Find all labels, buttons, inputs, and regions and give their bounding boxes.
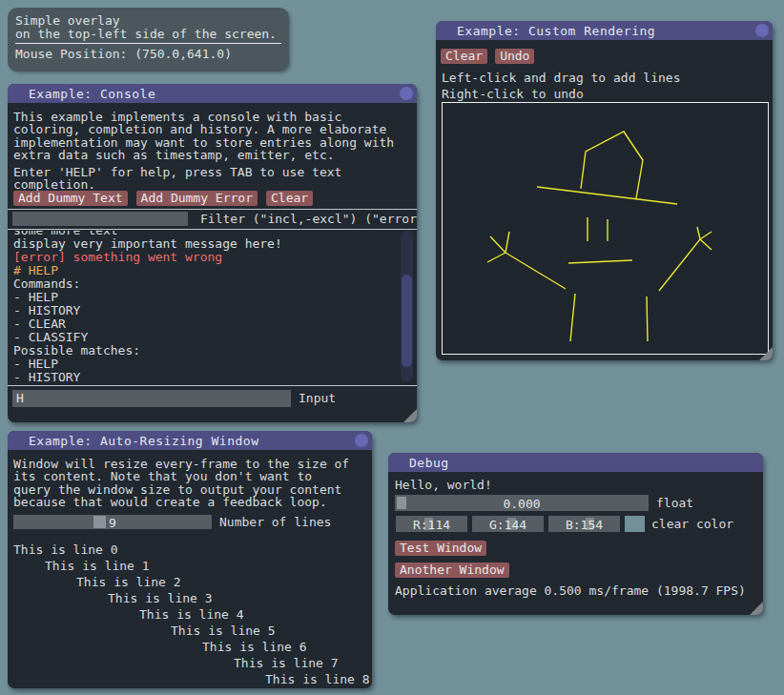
add-dummy-text-button[interactable]: Add Dummy Text [13, 191, 128, 206]
resizing-line: This is line 1 [13, 558, 370, 574]
resizing-line: This is line 3 [13, 590, 370, 606]
window-debug: Debug Hello, world! 0.000 float R:114 G:… [388, 453, 763, 615]
overlay-window: Simple overlay on the top-left side of t… [8, 8, 289, 72]
overlay-line: on the top-left side of the screen. [15, 28, 281, 41]
add-dummy-error-button[interactable]: Add Dummy Error [136, 191, 258, 206]
color-edit-r-value: R:114 [396, 518, 467, 532]
console-log-line: [error] something went wrong [13, 251, 396, 264]
fps-stats: Application average 0.500 ms/frame (1998… [395, 584, 746, 597]
float-slider-label: float [656, 497, 693, 509]
test-window-button[interactable]: Test Window [395, 541, 486, 556]
color-edit-b-value: B:154 [548, 518, 620, 532]
window-title: Example: Console [29, 87, 155, 101]
window-title: Example: Auto-Resizing Window [29, 434, 258, 448]
auto-resizing-titlebar[interactable]: Example: Auto-Resizing Window [8, 431, 372, 450]
window-custom-rendering: Example: Custom Rendering Clear Undo Lef… [436, 21, 773, 360]
another-window-button[interactable]: Another Window [395, 562, 509, 578]
console-intro-text: This example implements a console with b… [13, 111, 394, 162]
overlay-line: Simple overlay [15, 14, 281, 28]
auto-resize-description: Window will resize every-frame to the si… [13, 458, 349, 509]
slider-label: Number of lines [219, 516, 331, 528]
scrollbar-thumb[interactable] [402, 275, 412, 367]
drawing-canvas[interactable] [442, 102, 769, 355]
console-log-line: - HISTORY [13, 304, 396, 317]
debug-titlebar[interactable]: Debug [388, 453, 763, 472]
resize-grip[interactable] [759, 347, 773, 360]
hint-text: Left-click and drag to add lines [442, 72, 680, 84]
resizing-line: This is line 6 [13, 639, 370, 655]
clear-button[interactable]: Clear [266, 191, 313, 206]
console-help-text: Enter 'HELP' for help, press TAB to use … [13, 166, 341, 192]
console-log[interactable]: some more textdisplay very important mes… [13, 231, 396, 381]
close-icon[interactable] [400, 87, 413, 100]
hint-text: Right-click to undo [442, 88, 584, 100]
mouse-position: Mouse Position: (750.0,641.0) [15, 48, 281, 61]
color-edit-g[interactable]: G:144 [472, 516, 544, 532]
separator [15, 43, 281, 44]
separator [8, 229, 417, 230]
resizing-line: This is line 0 [13, 542, 370, 558]
slider-value: 9 [13, 516, 212, 530]
console-log-line: - CLASSIFY [13, 331, 396, 344]
resize-grip[interactable] [403, 409, 417, 422]
number-of-lines-slider[interactable]: 9 [13, 515, 212, 529]
resize-grip[interactable] [750, 602, 763, 615]
clear-color-label: clear color [651, 518, 733, 530]
console-log-line: - HELP [13, 358, 396, 371]
console-log-line: display very important message here! [13, 237, 396, 251]
resizing-line: This is line 2 [13, 574, 370, 590]
close-icon[interactable] [755, 24, 769, 37]
console-input[interactable]: H [12, 390, 291, 407]
color-edit-r[interactable]: R:114 [396, 516, 467, 532]
autoresize-lines: This is line 0This is line 1This is line… [13, 542, 370, 687]
window-title: Debug [409, 456, 449, 470]
console-scrollbar[interactable] [401, 231, 413, 381]
console-log-line: - CLEAR [13, 317, 396, 331]
console-log-line: - HISTORY [13, 371, 396, 381]
console-log-line: # HELP [13, 264, 396, 277]
resizing-line: This is line 4 [13, 606, 370, 623]
filter-label: Filter ("incl,-excl") ("error") [200, 213, 417, 225]
drawing-svg [443, 103, 768, 354]
window-console: Example: Console This example implements… [8, 84, 417, 422]
console-log-line: Possible matches: [13, 344, 396, 358]
clear-color-swatch[interactable] [625, 516, 645, 532]
undo-button[interactable]: Undo [495, 49, 534, 64]
float-slider[interactable]: 0.000 [395, 495, 649, 511]
filter-input[interactable] [12, 212, 188, 226]
console-input-label: Input [299, 392, 336, 404]
color-edit-g-value: G:144 [472, 518, 544, 532]
resizing-line: This is line 5 [13, 623, 370, 639]
resizing-line: This is line 8 [13, 671, 370, 687]
window-auto-resizing: Example: Auto-Resizing Window Window wil… [8, 431, 372, 688]
console-log-line: - HELP [13, 291, 396, 304]
separator [8, 385, 417, 386]
custom-rendering-titlebar[interactable]: Example: Custom Rendering [436, 21, 773, 40]
hello-text: Hello, world! [395, 479, 492, 491]
separator [8, 209, 417, 210]
close-icon[interactable] [355, 434, 368, 447]
console-log-line: Commands: [13, 277, 396, 291]
window-title: Example: Custom Rendering [457, 24, 655, 38]
slider-value: 0.000 [395, 497, 649, 511]
clear-button[interactable]: Clear [441, 49, 487, 64]
color-edit-b[interactable]: B:154 [548, 516, 620, 532]
resizing-line: This is line 7 [13, 655, 370, 671]
console-titlebar[interactable]: Example: Console [8, 84, 417, 103]
